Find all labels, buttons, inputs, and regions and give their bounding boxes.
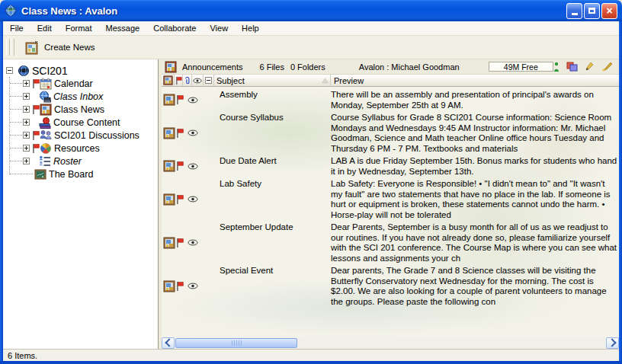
collapse-box-icon[interactable] [6,67,13,74]
signature-pen-icon[interactable] [601,62,613,72]
column-item-icon[interactable] [162,75,175,86]
flag-icon [176,161,184,171]
column-subject[interactable]: Subject [214,75,331,86]
board-icon [34,168,46,180]
toolbar-grip2 [11,39,14,56]
who-is-online-icon[interactable] [553,62,559,72]
menu-view[interactable]: View [203,22,235,34]
tree-item-course-content[interactable]: Course Content [3,116,158,129]
pages-icon[interactable] [566,62,578,72]
unread-eye-icon[interactable] [188,283,198,289]
tree-item-label: Class Inbox [53,91,103,102]
message-subject: Assembly [220,89,328,110]
announcements-icon [165,61,177,73]
close-icon: × [606,5,612,16]
sort-ascending-icon [322,78,329,84]
expand-box-icon[interactable] [23,145,30,152]
unread-eye-icon[interactable] [188,163,198,170]
folder-name: Announcements [182,62,243,72]
flag-icon [32,78,40,89]
message-row-special-event[interactable]: Special Event Dear parents, The Grade 7 … [162,263,619,307]
scroll-right-button[interactable] [606,337,619,349]
preview-header-label: Preview [334,76,364,85]
tree-item-label: Course Content [53,117,120,128]
tree-item-label: SCI201 Discussions [54,130,139,141]
tree-root-label: SCI201 [32,65,68,77]
message-subject: Due Date Alert [220,155,328,177]
tree-item-roster[interactable]: Roster [3,155,158,168]
inbox-icon [39,91,51,103]
message-row-lab-safety[interactable]: Lab Safety Lab Safety: Everyone is Respo… [162,177,619,220]
column-unread[interactable] [192,75,204,86]
app-globe-icon [5,5,17,17]
tree: SCI201 Calendar Class Inbox [3,64,158,180]
flag-icon [176,128,184,139]
menu-collaborate[interactable]: Collaborate [146,22,203,34]
window-border-left [0,21,3,361]
expand-box-icon[interactable] [23,119,30,126]
message-preview: There will be an assembly and presentati… [328,89,619,110]
column-attachment[interactable] [183,75,192,86]
message-row-course-syllabus[interactable]: Course Syllabus Course Syllabus for Grad… [162,110,619,154]
message-row-september-update[interactable]: September Update Dear Parents, September… [162,220,619,263]
column-preview[interactable]: Preview [331,75,619,86]
menu-message[interactable]: Message [99,22,147,34]
menu-help[interactable]: Help [235,22,266,34]
expand-box-icon[interactable] [23,106,30,113]
menu-format[interactable]: Format [59,22,99,34]
flag-icon [32,130,40,141]
expand-box-icon[interactable] [23,80,30,87]
minimize-button[interactable] [566,3,582,19]
create-news-label: Create News [44,43,95,52]
expand-box-icon[interactable] [23,132,30,139]
tree-item-class-news[interactable]: Class News [3,103,158,116]
scrollbar-grip-icon [232,340,242,346]
resources-icon [40,142,52,155]
message-preview: Lab Safety: Everyone is Responsible! • "… [328,178,619,220]
message-row-due-date-alert[interactable]: Due Date Alert LAB A is due Friday Septe… [162,154,619,177]
unread-eye-icon[interactable] [188,129,198,136]
toolbar-grip[interactable] [6,39,10,56]
window-border-bottom [0,361,622,364]
maximize-button[interactable] [584,3,600,19]
unread-eye-icon[interactable] [188,196,198,203]
message-row-assembly[interactable]: Assembly There will be an assembly and p… [162,88,619,110]
create-news-button[interactable]: Create News [21,39,99,56]
pencil-icon[interactable] [585,62,594,72]
tree-root-sci201[interactable]: SCI201 [3,64,158,77]
flag-icon [176,194,184,205]
main-content: SCI201 Calendar Class Inbox [3,59,619,349]
menu-file[interactable]: File [3,22,30,34]
menu-edit[interactable]: Edit [30,22,59,34]
tree-item-label: Roster [53,156,82,167]
message-list: Assembly There will be an assembly and p… [162,87,619,337]
tree-item-the-board[interactable]: The Board [3,168,158,180]
tree-item-calendar[interactable]: Calendar [3,77,158,90]
column-collapse-all[interactable] [204,75,214,86]
file-count: 6 Files [260,62,284,72]
expand-box-icon[interactable] [23,158,30,164]
discussions-icon [40,129,52,142]
tree-item-class-inbox[interactable]: Class Inbox [3,90,158,103]
message-subject: Course Syllabus [220,112,328,154]
scroll-left-button[interactable] [162,337,175,349]
horizontal-scrollbar[interactable] [162,337,619,349]
statusbar: 6 Items. [3,349,619,361]
unread-eye-icon[interactable] [188,239,198,246]
tree-item-resources[interactable]: Resources [3,142,158,155]
close-button[interactable]: × [601,3,617,19]
sci201-globe-icon [18,65,30,77]
calendar-icon [40,78,52,90]
toolbar: Create News [3,36,619,59]
chevron-left-icon [165,338,173,346]
tree-item-label: Class News [54,104,104,115]
column-flag[interactable] [175,75,183,86]
scrollbar-thumb[interactable] [175,338,297,348]
tree-item-sci201-discussions[interactable]: SCI201 Discussions [3,129,158,142]
message-preview: Dear Parents, September is a busy month … [328,222,619,263]
unread-eye-icon[interactable] [188,97,198,104]
tree-item-label: Calendar [54,78,93,89]
folder-info-bar: Announcements 6 Files 0 Folders Avalon :… [162,59,619,75]
expand-box-icon[interactable] [23,93,30,100]
news-icon [40,104,52,116]
